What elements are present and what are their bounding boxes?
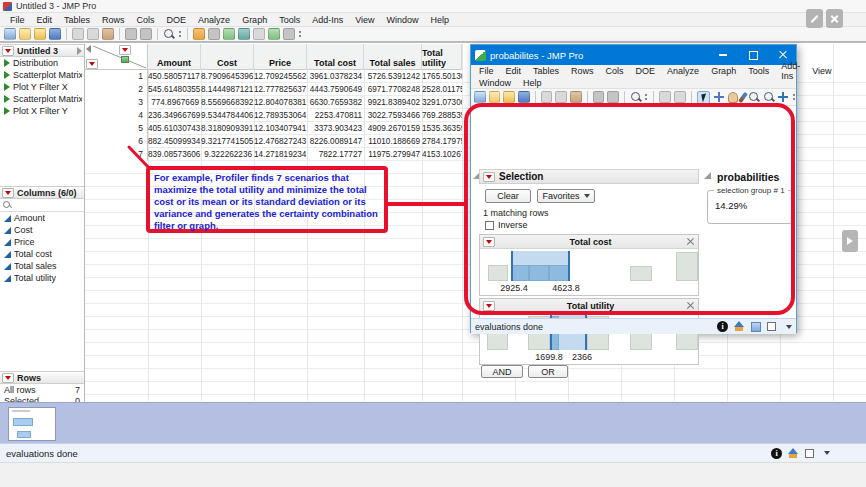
menu-item-tables[interactable]: Tables [527, 65, 565, 77]
close-icon[interactable] [686, 301, 695, 310]
table-header-cost[interactable]: Cost [201, 44, 254, 70]
grabber-tool-icon[interactable] [728, 92, 739, 103]
column-item-total-cost[interactable]: Total cost [0, 248, 84, 260]
or-button[interactable]: OR [528, 365, 568, 378]
filter-menu-icon[interactable] [483, 301, 495, 311]
toolbar-overflow-icon-2[interactable] [298, 28, 302, 40]
menu-item-file[interactable]: File [473, 65, 500, 77]
table-cell[interactable]: 450.58057117 [148, 70, 201, 83]
cut-icon[interactable] [541, 91, 553, 103]
menu-item-rows[interactable]: Rows [565, 65, 600, 77]
rows-menu-icon[interactable] [86, 59, 98, 69]
edit-icon[interactable] [283, 28, 295, 40]
table-cell[interactable]: 9.322262236 [201, 148, 254, 161]
menu-item-add-ins[interactable]: Add-Ins [775, 60, 806, 82]
table-cell[interactable]: 8.1444987121 [201, 83, 254, 96]
table-cell[interactable]: 3291.0730021 [422, 96, 462, 109]
table-cell[interactable]: 882.45099934 [148, 135, 201, 148]
cut-icon[interactable] [72, 28, 84, 40]
open-icon[interactable] [34, 28, 46, 40]
paste-icon[interactable] [570, 91, 582, 103]
menu-item-cols[interactable]: Cols [131, 14, 161, 26]
table-cell[interactable]: 3373.903423 [307, 122, 364, 135]
info-icon[interactable]: i [717, 321, 728, 332]
table-cell[interactable]: 11975.279947 [364, 148, 422, 161]
scripts-panel-header[interactable]: Untitled 3 [0, 44, 84, 57]
sidebar-script-plot-x-filter-y[interactable]: Plot X Filter Y [0, 105, 84, 117]
rows-panel-menu-icon[interactable] [2, 373, 14, 383]
table-cell[interactable]: 9.3217741505 [201, 135, 254, 148]
table-corner-cell[interactable] [85, 44, 148, 70]
favorites-button[interactable]: Favorites [537, 189, 595, 203]
histogram-bar[interactable] [676, 252, 698, 281]
status-checkbox[interactable] [805, 449, 814, 458]
toolbar-overflow-icon[interactable] [644, 91, 648, 103]
window-thumbnail[interactable] [8, 407, 56, 441]
sidebar-script-scatterplot-matrix-x[interactable]: Scatterplot Matrix X [0, 93, 84, 105]
open-icon[interactable] [503, 91, 515, 103]
copy-icon[interactable] [555, 91, 567, 103]
sidebar-script-plot-y-filter-x[interactable]: Plot Y Filter X [0, 81, 84, 93]
table-cell[interactable]: 545.61480355 [148, 83, 201, 96]
add-tool-icon[interactable] [777, 91, 789, 103]
table-cell[interactable]: 9.5344784406 [201, 109, 254, 122]
new-script-icon[interactable] [489, 91, 501, 103]
table-header-price[interactable]: Price [254, 44, 307, 70]
close-icon[interactable] [686, 237, 695, 246]
save-icon[interactable] [49, 28, 61, 40]
menu-item-window[interactable]: Window [381, 14, 425, 26]
paste-icon[interactable] [102, 28, 114, 40]
new-data-table-icon[interactable] [4, 28, 16, 40]
table-cell[interactable]: 6971.7708248 [364, 83, 422, 96]
home-icon[interactable] [734, 321, 745, 332]
menu-item-view[interactable]: View [349, 14, 380, 26]
menu-item-graph[interactable]: Graph [705, 65, 742, 77]
status-dropdown-icon[interactable] [824, 451, 830, 455]
rows-panel-header[interactable]: Rows [0, 371, 84, 384]
menu-item-file[interactable]: File [4, 14, 31, 26]
menu-item-view[interactable]: View [806, 65, 837, 77]
menu-item-tables[interactable]: Tables [58, 14, 96, 26]
maximize-button[interactable] [740, 45, 766, 65]
layout-icon[interactable] [253, 28, 265, 40]
menu-item-tools[interactable]: Tools [273, 14, 306, 26]
table-cell[interactable]: 8.3180909391 [201, 122, 254, 135]
table-cell[interactable]: 5726.5391242 [364, 70, 422, 83]
run-script-icon[interactable] [268, 28, 280, 40]
overlay-restore-button[interactable] [806, 9, 823, 28]
column-item-price[interactable]: Price [0, 236, 84, 248]
histogram-bar[interactable] [488, 265, 508, 281]
table-cell[interactable]: 11010.188669 [364, 135, 422, 148]
row-number[interactable]: 3 [85, 96, 148, 109]
table-cell[interactable]: 2528.0117599 [422, 83, 462, 96]
menu-item-graph[interactable]: Graph [236, 14, 273, 26]
table-cell[interactable]: 2784.1797543 [422, 135, 462, 148]
menu-item-help[interactable]: Help [425, 14, 456, 26]
table-header-total-cost[interactable]: Total cost [307, 44, 364, 70]
row-number[interactable]: 7 [85, 148, 148, 161]
table-cell[interactable]: 769.28853554 [422, 109, 462, 122]
columns-search[interactable] [0, 199, 84, 212]
table-cell[interactable]: 405.61030743 [148, 122, 201, 135]
menu-item-tools[interactable]: Tools [742, 65, 775, 77]
row-number[interactable]: 6 [85, 135, 148, 148]
info-icon[interactable]: i [771, 448, 782, 459]
row-number[interactable]: 5 [85, 122, 148, 135]
histogram-bar[interactable] [630, 266, 652, 281]
save-icon[interactable] [518, 91, 530, 103]
probabilities-panel-header[interactable]: probabilities [714, 169, 794, 184]
select-tool-icon[interactable] [125, 28, 137, 40]
table-cell[interactable]: 4443.7590649 [307, 83, 364, 96]
lock-icon[interactable] [140, 28, 152, 40]
table-cell[interactable]: 1535.3635929 [422, 122, 462, 135]
table-cell[interactable]: 12.103407941 [254, 122, 307, 135]
scripts-panel-menu-icon[interactable] [2, 46, 14, 56]
table-cell[interactable]: 9921.8389402 [364, 96, 422, 109]
new-data-table-icon[interactable] [474, 91, 486, 103]
toolbar-overflow-icon-2[interactable] [792, 91, 796, 103]
collapse-left-icon[interactable] [86, 45, 91, 53]
table-cell[interactable]: 4909.2670159 [364, 122, 422, 135]
table-cell[interactable]: 236.34966769 [148, 109, 201, 122]
table-cell[interactable]: 12.804078381 [254, 96, 307, 109]
column-item-cost[interactable]: Cost [0, 224, 84, 236]
